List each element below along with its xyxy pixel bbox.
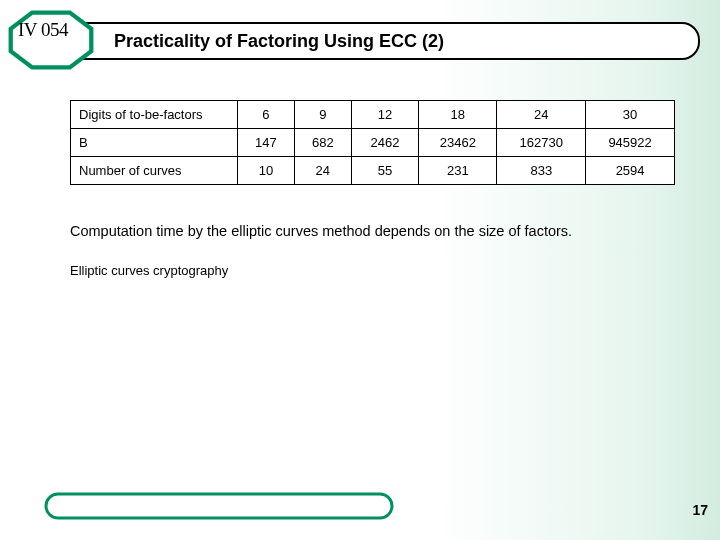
- course-code: IV 054: [0, 0, 86, 60]
- footer-title: Elliptic curves cryptography: [0, 0, 720, 540]
